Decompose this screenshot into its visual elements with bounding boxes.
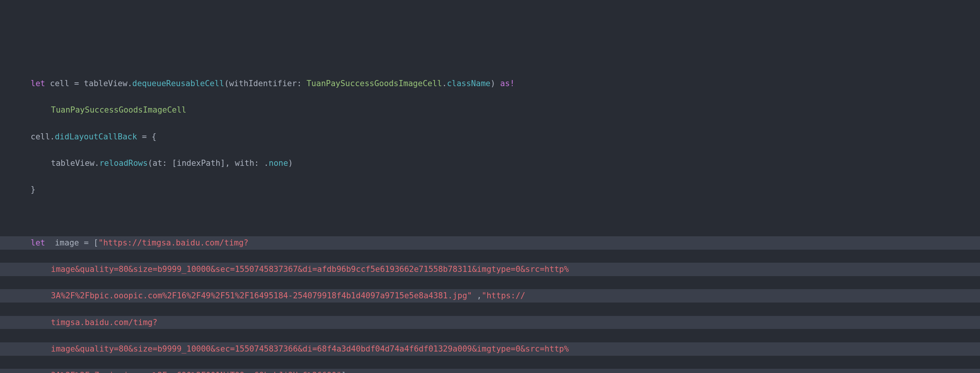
- punctuation: : .: [254, 159, 269, 168]
- code-line-highlighted: image&quality=80&size=b9999_10000&sec=15…: [0, 342, 980, 356]
- punctuation: ): [288, 159, 293, 168]
- code-line-highlighted: let image = ["https://timgsa.baidu.com/t…: [0, 236, 980, 250]
- punctuation: :: [297, 79, 306, 88]
- code-editor[interactable]: let cell = tableView.dequeueReusableCell…: [0, 64, 980, 373]
- punctuation: ]: [341, 371, 346, 373]
- identifier: tableView.: [84, 79, 132, 88]
- method-call: reloadRows: [99, 159, 147, 168]
- method-call: dequeueReusableCell: [132, 79, 224, 88]
- punctuation: .: [442, 79, 447, 88]
- keyword-as: as!: [495, 79, 515, 88]
- property: didLayoutCallBack: [55, 132, 137, 141]
- enum-case: none: [269, 159, 288, 168]
- code-line: let cell = tableView.dequeueReusableCell…: [0, 77, 980, 90]
- string-literal: image&quality=80&size=b9999_10000&sec=15…: [51, 265, 569, 274]
- identifier: cell.: [31, 132, 55, 141]
- code-line-empty: [0, 210, 980, 223]
- keyword-let: let: [31, 79, 50, 88]
- param-label: with: [235, 159, 255, 168]
- identifier: indexPath: [177, 159, 220, 168]
- punctuation: (: [148, 159, 153, 168]
- identifier: cell: [50, 79, 70, 88]
- code-line: }: [0, 183, 980, 196]
- param-label: at: [153, 159, 162, 168]
- string-literal: image&quality=80&size=b9999_10000&sec=15…: [51, 344, 569, 353]
- operator: =: [69, 79, 84, 88]
- operator: = {: [137, 132, 157, 141]
- brace: }: [31, 185, 36, 194]
- string-literal: 3A%2F%2Fs7.sinaimg.cn%2Fmw690%2F001NjT99…: [51, 371, 341, 373]
- string-literal: "https://timgsa.baidu.com/timg?: [98, 238, 248, 247]
- punctuation: ,: [472, 291, 482, 300]
- punctuation: (: [224, 79, 229, 88]
- string-literal: timgsa.baidu.com/timg?: [51, 318, 157, 327]
- code-line-highlighted: image&quality=80&size=b9999_10000&sec=15…: [0, 263, 980, 276]
- punctuation: ],: [220, 159, 235, 168]
- identifier: tableView.: [51, 159, 99, 168]
- keyword-let: let: [31, 238, 50, 247]
- type-name: TuanPaySuccessGoodsImageCell: [307, 79, 442, 88]
- code-line-highlighted: timgsa.baidu.com/timg?: [0, 316, 980, 329]
- code-line-highlighted: 3A%2F%2Fbpic.ooopic.com%2F16%2F49%2F51%2…: [0, 289, 980, 303]
- property: className: [447, 79, 490, 88]
- param-label: withIdentifier: [229, 79, 297, 88]
- code-line: tableView.reloadRows(at: [indexPath], wi…: [0, 157, 980, 170]
- code-line-highlighted: 3A%2F%2Fs7.sinaimg.cn%2Fmw690%2F001NjT99…: [0, 369, 980, 373]
- string-literal: "https://: [482, 291, 525, 300]
- code-line: cell.didLayoutCallBack = {: [0, 130, 980, 144]
- type-name: TuanPaySuccessGoodsImageCell: [51, 105, 186, 115]
- string-literal: 3A%2F%2Fbpic.ooopic.com%2F16%2F49%2F51%2…: [51, 291, 472, 300]
- code-line: TuanPaySuccessGoodsImageCell: [0, 103, 980, 117]
- punctuation: : [: [162, 159, 177, 168]
- identifier: image = [: [50, 238, 98, 247]
- punctuation: ): [490, 79, 495, 88]
